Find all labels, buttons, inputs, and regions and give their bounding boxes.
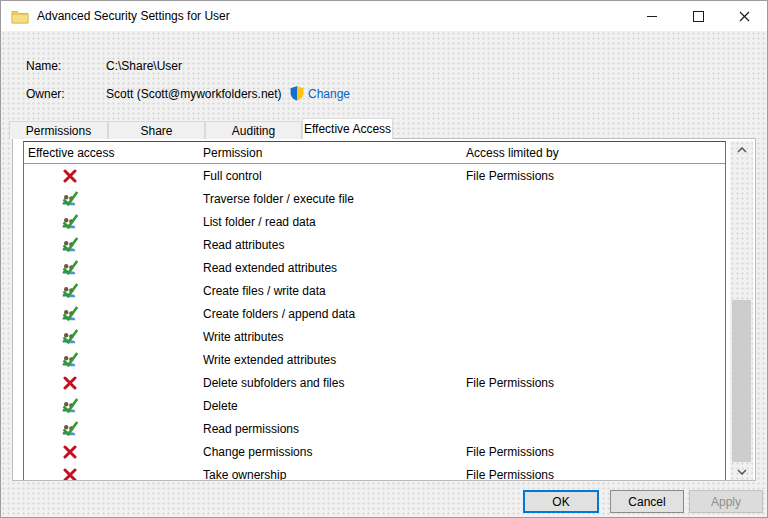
permission-cell: Full control — [203, 169, 466, 183]
table-row[interactable]: Write attributes — [24, 325, 725, 348]
scroll-up-button[interactable] — [730, 141, 753, 158]
users-check-icon — [60, 212, 79, 231]
red-x-icon — [60, 373, 79, 392]
minimize-button[interactable] — [629, 1, 675, 31]
maximize-button[interactable] — [675, 1, 721, 31]
chevron-down-icon — [737, 469, 747, 475]
users-check-icon — [60, 258, 79, 277]
table-row[interactable]: Change permissions File Permissions — [24, 440, 725, 463]
users-check-icon — [60, 235, 79, 254]
permission-cell: Delete subfolders and files — [203, 376, 466, 390]
table-row[interactable]: Create files / write data — [24, 279, 725, 302]
table-row[interactable]: List folder / read data — [24, 210, 725, 233]
maximize-icon — [693, 11, 704, 22]
table-row[interactable]: Read extended attributes — [24, 256, 725, 279]
scrollbar-thumb[interactable] — [732, 300, 751, 462]
table-row[interactable]: Create folders / append data — [24, 302, 725, 325]
uac-shield-icon — [289, 85, 305, 104]
folder-icon — [11, 9, 29, 24]
table-row[interactable]: Read attributes — [24, 233, 725, 256]
users-check-icon — [60, 189, 79, 208]
users-check-icon — [60, 350, 79, 369]
users-check-icon — [60, 304, 79, 323]
access-limited-by-cell: File Permissions — [466, 445, 725, 459]
window-controls — [629, 1, 767, 31]
users-check-icon — [60, 281, 79, 300]
permission-cell: Read permissions — [203, 422, 466, 436]
column-header-permission[interactable]: Permission — [203, 146, 466, 160]
tab-strip: PermissionsShareAuditingEffective Access — [9, 118, 393, 139]
column-header-access-limited-by[interactable]: Access limited by — [466, 146, 725, 160]
table-row[interactable]: Delete subfolders and files File Permiss… — [24, 371, 725, 394]
ok-button[interactable]: OK — [523, 490, 599, 513]
table-row[interactable]: Read permissions — [24, 417, 725, 440]
permission-cell: Read extended attributes — [203, 261, 466, 275]
owner-value: Scott (Scott@myworkfolders.net) — [106, 87, 282, 101]
permission-cell: Write attributes — [203, 330, 466, 344]
chevron-up-icon — [737, 147, 747, 153]
effective-access-table: Effective access Permission Access limit… — [23, 141, 726, 480]
access-limited-by-cell: File Permissions — [466, 468, 725, 481]
permission-cell: Change permissions — [203, 445, 466, 459]
red-x-icon — [60, 166, 79, 185]
table-row[interactable]: Take ownership File Permissions — [24, 463, 725, 480]
tab-auditing[interactable]: Auditing — [205, 121, 302, 139]
access-limited-by-cell: File Permissions — [466, 376, 725, 390]
users-check-icon — [60, 327, 79, 346]
change-owner-link[interactable]: Change — [308, 87, 350, 101]
window-title: Advanced Security Settings for User — [37, 9, 230, 23]
name-value: C:\Share\User — [106, 59, 182, 73]
red-x-icon — [60, 465, 79, 480]
users-check-icon — [60, 419, 79, 438]
cancel-button[interactable]: Cancel — [610, 490, 684, 513]
tab-share[interactable]: Share — [108, 121, 205, 139]
close-icon — [739, 11, 750, 22]
minimize-icon — [647, 16, 657, 17]
vertical-scrollbar — [730, 141, 753, 480]
table-row[interactable]: Traverse folder / execute file — [24, 187, 725, 210]
effective-access-panel: Effective access Permission Access limit… — [12, 138, 756, 481]
table-header: Effective access Permission Access limit… — [24, 142, 725, 164]
name-label: Name: — [26, 59, 61, 73]
owner-label: Owner: — [26, 87, 65, 101]
table-rows: Full control File Permissions Traverse f… — [24, 164, 725, 480]
table-row[interactable]: Write extended attributes — [24, 348, 725, 371]
red-x-icon — [60, 442, 79, 461]
table-row[interactable]: Delete — [24, 394, 725, 417]
permission-cell: List folder / read data — [203, 215, 466, 229]
scroll-down-button[interactable] — [730, 463, 753, 480]
permission-cell: Read attributes — [203, 238, 466, 252]
permission-cell: Traverse folder / execute file — [203, 192, 466, 206]
table-row[interactable]: Full control File Permissions — [24, 164, 725, 187]
users-check-icon — [60, 396, 79, 415]
tab-permissions[interactable]: Permissions — [9, 121, 108, 139]
titlebar: Advanced Security Settings for User — [1, 1, 767, 31]
access-limited-by-cell: File Permissions — [466, 169, 725, 183]
permission-cell: Create folders / append data — [203, 307, 466, 321]
permission-cell: Delete — [203, 399, 466, 413]
permission-cell: Write extended attributes — [203, 353, 466, 367]
advanced-security-settings-dialog: Advanced Security Settings for User Name… — [0, 0, 768, 518]
close-button[interactable] — [721, 1, 767, 31]
tab-effective-access[interactable]: Effective Access — [302, 118, 393, 139]
permission-cell: Take ownership — [203, 468, 466, 481]
apply-button[interactable]: Apply — [689, 490, 763, 513]
permission-cell: Create files / write data — [203, 284, 466, 298]
column-header-effective-access[interactable]: Effective access — [24, 146, 203, 160]
